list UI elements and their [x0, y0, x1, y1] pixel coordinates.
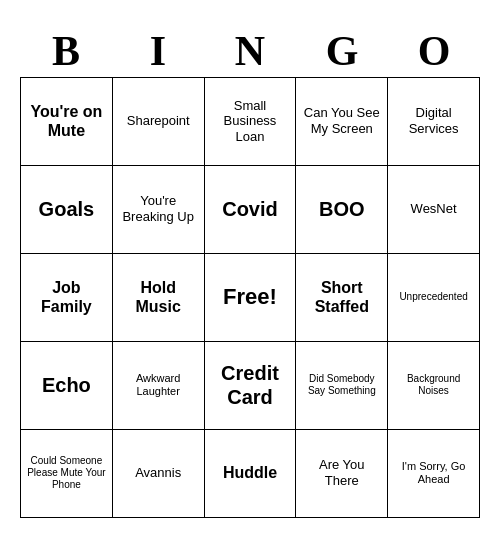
- bingo-cell-text-15: Echo: [42, 373, 91, 397]
- bingo-cell-text-7: Covid: [222, 197, 278, 221]
- bingo-cell-text-23: Are You There: [300, 457, 383, 488]
- bingo-cell-8: BOO: [296, 166, 388, 254]
- bingo-cell-text-8: BOO: [319, 197, 365, 221]
- bingo-cell-text-11: Hold Music: [117, 278, 200, 316]
- bingo-cell-1: Sharepoint: [113, 78, 205, 166]
- header-letter-o: O: [390, 27, 478, 75]
- bingo-cell-4: Digital Services: [388, 78, 480, 166]
- bingo-cell-text-9: WesNet: [411, 201, 457, 217]
- header-letter-g: G: [298, 27, 386, 75]
- bingo-cell-0: You're on Mute: [21, 78, 113, 166]
- bingo-card: BINGO You're on MuteSharepointSmall Busi…: [20, 27, 480, 518]
- bingo-cell-22: Huddle: [205, 430, 297, 518]
- bingo-cell-14: Unprecedented: [388, 254, 480, 342]
- bingo-cell-5: Goals: [21, 166, 113, 254]
- bingo-cell-2: Small Business Loan: [205, 78, 297, 166]
- bingo-cell-text-0: You're on Mute: [25, 102, 108, 140]
- bingo-cell-15: Echo: [21, 342, 113, 430]
- bingo-cell-text-16: Awkward Laughter: [117, 372, 200, 398]
- bingo-cell-17: Credit Card: [205, 342, 297, 430]
- bingo-cell-20: Could Someone Please Mute Your Phone: [21, 430, 113, 518]
- bingo-cell-text-1: Sharepoint: [127, 113, 190, 129]
- bingo-cell-23: Are You There: [296, 430, 388, 518]
- header-letter-n: N: [206, 27, 294, 75]
- bingo-cell-19: Background Noises: [388, 342, 480, 430]
- bingo-cell-text-2: Small Business Loan: [209, 98, 292, 145]
- bingo-cell-text-21: Avannis: [135, 465, 181, 481]
- bingo-cell-text-3: Can You See My Screen: [300, 105, 383, 136]
- bingo-cell-3: Can You See My Screen: [296, 78, 388, 166]
- bingo-cell-13: Short Staffed: [296, 254, 388, 342]
- header-letter-b: B: [22, 27, 110, 75]
- bingo-cell-text-6: You're Breaking Up: [117, 193, 200, 224]
- bingo-cell-text-5: Goals: [39, 197, 95, 221]
- bingo-cell-10: Job Family: [21, 254, 113, 342]
- bingo-grid: You're on MuteSharepointSmall Business L…: [20, 77, 480, 518]
- bingo-cell-text-13: Short Staffed: [300, 278, 383, 316]
- bingo-cell-text-22: Huddle: [223, 463, 277, 482]
- bingo-cell-11: Hold Music: [113, 254, 205, 342]
- bingo-cell-text-24: I'm Sorry, Go Ahead: [392, 460, 475, 486]
- bingo-cell-18: Did Somebody Say Something: [296, 342, 388, 430]
- bingo-cell-text-10: Job Family: [25, 278, 108, 316]
- bingo-cell-text-14: Unprecedented: [399, 291, 467, 303]
- bingo-cell-24: I'm Sorry, Go Ahead: [388, 430, 480, 518]
- bingo-cell-text-18: Did Somebody Say Something: [300, 373, 383, 397]
- header-letter-i: I: [114, 27, 202, 75]
- bingo-cell-text-20: Could Someone Please Mute Your Phone: [25, 455, 108, 491]
- bingo-cell-text-12: Free!: [223, 284, 277, 310]
- bingo-header: BINGO: [20, 27, 480, 75]
- bingo-cell-text-17: Credit Card: [209, 361, 292, 409]
- bingo-cell-6: You're Breaking Up: [113, 166, 205, 254]
- bingo-cell-text-4: Digital Services: [392, 105, 475, 136]
- bingo-cell-text-19: Background Noises: [392, 373, 475, 397]
- bingo-cell-16: Awkward Laughter: [113, 342, 205, 430]
- bingo-cell-21: Avannis: [113, 430, 205, 518]
- bingo-cell-7: Covid: [205, 166, 297, 254]
- bingo-cell-9: WesNet: [388, 166, 480, 254]
- bingo-cell-12: Free!: [205, 254, 297, 342]
